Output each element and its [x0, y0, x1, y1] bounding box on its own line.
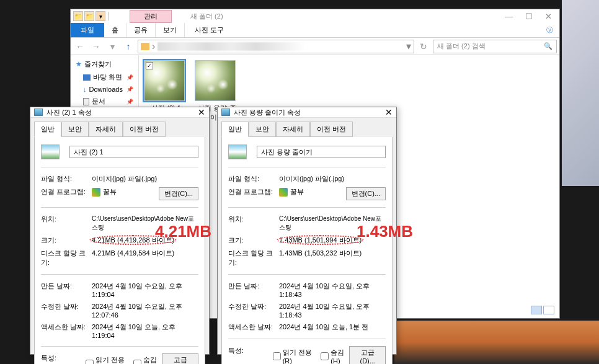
- view-switcher: [531, 306, 554, 314]
- thumbnail-view-icon[interactable]: [531, 306, 542, 314]
- location-value: C:\Users\user\Desktop\Adobe New포스팅: [279, 215, 386, 232]
- location-value: C:\Users\user\Desktop\Adobe New포스팅: [92, 215, 198, 232]
- checkbox-icon[interactable]: ✓: [146, 62, 153, 69]
- sidebar-downloads[interactable]: ↓Downloads📌: [71, 84, 138, 95]
- tab-general[interactable]: 일반: [221, 122, 249, 137]
- readonly-checkbox[interactable]: 읽기 전용(R): [273, 348, 315, 365]
- window-controls: — ☐ ✕: [505, 12, 557, 21]
- ribbon-tabs: 파일 홈 공유 보기 사진 도구 ⓥ: [71, 23, 559, 38]
- folder-icon-2[interactable]: 📁: [84, 11, 94, 21]
- overflow-icon[interactable]: ▾: [95, 11, 105, 21]
- tab-previous[interactable]: 이전 버전: [310, 122, 353, 137]
- close-button[interactable]: ✕: [385, 107, 393, 117]
- advanced-button[interactable]: 고급(D)...: [349, 346, 386, 364]
- change-button[interactable]: 변경(C)...: [346, 187, 386, 200]
- sidebar-desktop[interactable]: 바탕 화면📌: [71, 71, 138, 84]
- forward-button[interactable]: →: [89, 40, 103, 53]
- advanced-button[interactable]: 고급(D)...: [162, 353, 198, 364]
- opens-label: 연결 프로그램:: [228, 187, 279, 200]
- created-value: 2024년 4월 10일 수요일, 오후 1:18:43: [279, 282, 386, 298]
- created-label: 만든 날짜:: [41, 282, 92, 298]
- separator: [228, 167, 386, 167]
- type-label: 파일 형식:: [228, 174, 279, 184]
- folder-icon[interactable]: 📁: [73, 11, 83, 21]
- maximize-button[interactable]: ☐: [525, 12, 533, 21]
- view-tab[interactable]: 보기: [156, 23, 185, 37]
- address-bar[interactable]: › ▾: [138, 40, 414, 53]
- close-button[interactable]: ✕: [198, 107, 205, 117]
- tab-security[interactable]: 보안: [249, 122, 276, 137]
- back-button[interactable]: ←: [73, 40, 87, 53]
- help-icon[interactable]: ⓥ: [540, 23, 559, 37]
- pin-icon: 📌: [126, 99, 133, 105]
- size-label: 크기:: [228, 236, 279, 245]
- picture-tools-tab[interactable]: 사진 도구: [185, 23, 234, 37]
- share-tab[interactable]: 공유: [126, 23, 156, 37]
- window-title: 새 폴더 (2): [190, 12, 223, 21]
- sidebar-documents[interactable]: 문서📌: [71, 95, 138, 108]
- size-label: 크기:: [41, 236, 92, 245]
- ribbon-context-tab: 관리: [130, 10, 172, 23]
- accessed-value: 2024년 4월 10일 오늘, 1분 전: [279, 322, 386, 332]
- desktop-icon: [83, 74, 91, 81]
- file-thumbnail[interactable]: ✓ 사진 (2) 1: [144, 60, 189, 113]
- tab-details[interactable]: 자세히: [276, 122, 310, 137]
- modified-value: 2024년 4월 10일 수요일, 오후 1:18:43: [279, 302, 386, 319]
- search-placeholder: 새 폴더 (2) 검색: [437, 42, 486, 51]
- minimize-button[interactable]: —: [505, 12, 513, 21]
- type-label: 파일 형식:: [41, 174, 92, 184]
- sidebar-favorites[interactable]: ★즐겨찾기: [71, 58, 138, 71]
- tab-panel: 파일 형식:이미지(jpg) 파일(.jpg) 연결 프로그램:꿀뷰변경(C).…: [34, 137, 205, 364]
- separator: [228, 274, 386, 275]
- opens-label: 연결 프로그램:: [41, 187, 92, 200]
- background-right: [562, 0, 599, 186]
- refresh-button[interactable]: ↻: [417, 40, 430, 53]
- file-tab[interactable]: 파일: [71, 23, 104, 37]
- image-icon: [221, 109, 230, 116]
- tab-panel: 파일 형식:이미지(jpg) 파일(.jpg) 연결 프로그램:꿀뷰변경(C).…: [221, 137, 393, 364]
- created-label: 만든 날짜:: [228, 282, 279, 298]
- created-value: 2024년 4월 10일 수요일, 오후 1:19:04: [92, 282, 198, 298]
- file-type-icon: [228, 144, 247, 159]
- disk-label: 디스크 할당 크기:: [41, 249, 92, 267]
- background-bottom: [394, 321, 599, 364]
- separator: [108, 12, 109, 20]
- tab-security[interactable]: 보안: [61, 122, 89, 137]
- tab-details[interactable]: 자세히: [89, 122, 123, 137]
- separator: [41, 274, 198, 275]
- accessed-label: 액세스한 날짜:: [228, 322, 279, 332]
- modified-value: 2024년 4월 10일 수요일, 오후 12:07:46: [92, 302, 198, 319]
- hidden-checkbox[interactable]: 숨김(H): [133, 355, 162, 364]
- home-tab[interactable]: 홈: [104, 23, 126, 37]
- separator: [41, 207, 198, 208]
- sidebar-label: 문서: [92, 97, 105, 106]
- search-box[interactable]: 새 폴더 (2) 검색 🔍: [433, 40, 557, 53]
- pin-icon: 📌: [126, 86, 133, 92]
- close-button[interactable]: ✕: [545, 12, 552, 21]
- manage-tab[interactable]: 관리: [130, 10, 172, 23]
- properties-dialog-1: 사진 (2) 1 속성 ✕ 일반 보안 자세히 이전 버전 파일 형식:이미지(…: [30, 107, 210, 355]
- hidden-checkbox[interactable]: 숨김(H): [321, 348, 349, 364]
- separator: [228, 207, 386, 208]
- tab-general[interactable]: 일반: [34, 122, 61, 137]
- modified-label: 수정한 날짜:: [228, 302, 279, 319]
- recent-dropdown[interactable]: ▾: [105, 40, 119, 53]
- pin-icon: 📌: [126, 74, 133, 81]
- address-path: [158, 42, 404, 51]
- sidebar-label: 즐겨찾기: [84, 60, 112, 69]
- folder-icon: [141, 43, 149, 50]
- up-button[interactable]: ↑: [122, 40, 135, 53]
- explorer-titlebar: 📁 📁 ▾ 관리 새 폴더 (2) — ☐ ✕: [71, 9, 559, 23]
- tab-previous[interactable]: 이전 버전: [123, 122, 166, 137]
- type-value: 이미지(jpg) 파일(.jpg): [279, 174, 386, 184]
- dialog-title: 사진 (2) 1 속성: [47, 108, 92, 117]
- filename-input[interactable]: [69, 146, 198, 158]
- properties-dialog-2: 사진 용량 줄이기 속성 ✕ 일반 보안 자세히 이전 버전 파일 형식:이미지…: [217, 107, 397, 355]
- readonly-checkbox[interactable]: 읽기 전용(R): [86, 355, 128, 364]
- filename-input[interactable]: [257, 146, 386, 158]
- image-icon: [34, 109, 43, 116]
- change-button[interactable]: 변경(C)...: [159, 187, 198, 200]
- dialog-title: 사진 용량 줄이기 속성: [234, 108, 301, 117]
- app-icon: [279, 188, 288, 197]
- details-view-icon[interactable]: [543, 306, 554, 314]
